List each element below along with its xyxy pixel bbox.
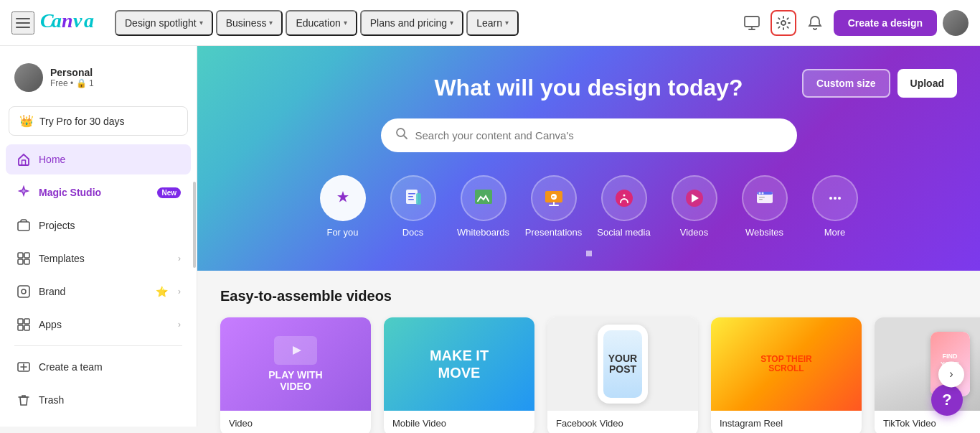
chevron-down-icon: ▾ <box>269 19 273 27</box>
cat-circle-whiteboards <box>461 175 507 221</box>
cat-label-websites: Websites <box>745 227 783 238</box>
card-label-tiktok-video: TikTok Video <box>875 411 980 433</box>
svg-rect-16 <box>18 286 29 297</box>
sidebar-item-apps[interactable]: Apps › <box>6 309 191 340</box>
avatar[interactable] <box>943 10 969 36</box>
canva-logo[interactable]: C a n v a <box>40 9 98 37</box>
cat-circle-for-you <box>320 175 366 221</box>
chevron-right-icon: › <box>178 253 181 264</box>
sidebar-item-home[interactable]: Home <box>6 144 191 174</box>
card-text-play: Play withvideo <box>268 369 322 392</box>
create-design-button[interactable]: Create a design <box>834 10 937 36</box>
card-mobile-video[interactable]: MAKE ITMOVE Mobile Video <box>384 317 534 433</box>
trash-icon <box>16 392 32 408</box>
nav-links: Design spotlight ▾ Business ▾ Education … <box>115 10 733 36</box>
svg-rect-15 <box>24 259 29 264</box>
sidebar-apps-label: Apps <box>39 319 171 330</box>
card-instagram-reel[interactable]: STOP THEIRSCROLL Instagram Reel <box>711 317 862 433</box>
cat-circle-videos <box>672 175 717 221</box>
try-pro-button[interactable]: 👑 Try Pro for 30 days <box>9 106 188 136</box>
cat-circle-docs <box>390 175 436 221</box>
stop-scroll-text: STOP THEIRSCROLL <box>760 355 812 373</box>
svg-rect-21 <box>24 325 29 330</box>
sidebar-item-brand[interactable]: Brand ⭐ › <box>6 276 191 307</box>
svg-rect-27 <box>408 199 414 200</box>
cat-for-you[interactable]: For you <box>311 175 375 238</box>
card-label-video: Video <box>220 411 371 433</box>
card-label-mobile-video: Mobile Video <box>384 411 534 433</box>
sidebar-templates-label: Templates <box>39 253 171 264</box>
sidebar-item-magic-studio[interactable]: Magic Studio New <box>6 177 191 208</box>
card-label-instagram-reel: Instagram Reel <box>711 411 862 433</box>
section-title-videos: Easy-to-assemble videos <box>220 288 957 304</box>
hamburger-menu[interactable] <box>11 11 34 34</box>
cat-websites[interactable]: Websites <box>732 175 797 238</box>
sidebar-item-create-team[interactable]: Create a team <box>6 352 191 382</box>
cat-videos[interactable]: Videos <box>662 175 727 238</box>
hero-buttons: Custom size Upload <box>802 69 957 98</box>
hero-search-box[interactable] <box>381 118 797 152</box>
sidebar: Personal Free • 🔒 1 👑 Try Pro for 30 day… <box>0 46 197 427</box>
chevron-down-icon: ▾ <box>344 19 347 27</box>
cat-circle-websites <box>742 175 788 221</box>
sidebar-trash-label: Trash <box>39 394 181 406</box>
sidebar-divider <box>14 345 182 346</box>
categories-row: For you Docs <box>226 175 951 243</box>
svg-rect-39 <box>759 199 763 200</box>
chevron-down-icon: ▾ <box>505 19 509 27</box>
cat-presentations[interactable]: Presentations <box>522 175 586 238</box>
make-it-move-text: MAKE ITMOVE <box>430 347 489 381</box>
hero-search-row <box>226 118 951 152</box>
nav-education[interactable]: Education ▾ <box>286 10 357 36</box>
svg-rect-19 <box>24 319 29 324</box>
cat-whiteboards[interactable]: Whiteboards <box>451 175 516 238</box>
cat-label-whiteboards: Whiteboards <box>457 227 509 238</box>
pro-btn-label: Try Pro for 30 days <box>39 116 125 127</box>
chevron-right-icon: › <box>178 287 181 297</box>
card-thumb-facebook-video: YOURPOST <box>547 317 698 411</box>
sidebar-brand-label: Brand <box>39 286 149 297</box>
search-input[interactable] <box>415 129 783 141</box>
card-thumb-mobile-video: MAKE ITMOVE <box>384 317 534 411</box>
card-thumb-video: Play withvideo <box>220 317 371 411</box>
chevron-down-icon: ▾ <box>450 19 453 27</box>
video-cards-row: Play withvideo Video MAKE ITMOVE Mobile … <box>220 317 957 433</box>
cat-label-videos: Videos <box>680 227 709 238</box>
nav-learn[interactable]: Learn ▾ <box>466 10 519 36</box>
help-button[interactable]: ? <box>931 384 963 416</box>
nav-business[interactable]: Business ▾ <box>216 10 283 36</box>
svg-rect-12 <box>18 253 23 258</box>
sidebar-item-trash[interactable]: Trash <box>6 385 191 415</box>
cat-label-social-media: Social media <box>597 227 650 238</box>
new-badge: New <box>157 187 181 198</box>
card-facebook-video[interactable]: YOURPOST Facebook Video <box>547 317 698 433</box>
hero-scroll-dot <box>226 251 951 256</box>
crown-icon: 👑 <box>19 114 34 128</box>
custom-size-button[interactable]: Custom size <box>802 69 890 98</box>
nav-plans-pricing[interactable]: Plans and pricing ▾ <box>360 10 463 36</box>
card-video[interactable]: Play withvideo Video <box>220 317 371 433</box>
sidebar-item-projects[interactable]: Projects <box>6 210 191 241</box>
card-label-facebook-video: Facebook Video <box>547 411 698 433</box>
svg-text:a: a <box>84 9 94 32</box>
chevron-right-icon: › <box>178 320 181 330</box>
card-tiktok-video[interactable]: FINDYOURFANS FINDYOURFANS TikTok Video <box>875 317 980 433</box>
upload-button[interactable]: Upload <box>897 69 957 98</box>
svg-rect-25 <box>408 193 415 195</box>
settings-icon-button[interactable] <box>771 10 796 36</box>
desktop-icon-button[interactable] <box>739 10 765 36</box>
notifications-icon-button[interactable] <box>802 10 828 36</box>
svg-point-9 <box>781 21 786 25</box>
sidebar-item-templates[interactable]: Templates › <box>6 243 191 274</box>
cat-label-more: More <box>824 227 846 238</box>
cards-next-button[interactable]: › <box>938 361 964 387</box>
cat-docs[interactable]: Docs <box>381 175 446 238</box>
cat-social-media[interactable]: Social media <box>592 175 656 238</box>
svg-point-41 <box>834 197 837 200</box>
nav-design-spotlight[interactable]: Design spotlight ▾ <box>115 10 213 36</box>
home-icon <box>16 152 32 167</box>
cat-more[interactable]: More <box>803 175 867 238</box>
sidebar-scrollbar[interactable] <box>193 182 196 268</box>
svg-text:a: a <box>52 9 62 32</box>
sidebar-username: Personal <box>50 67 94 78</box>
